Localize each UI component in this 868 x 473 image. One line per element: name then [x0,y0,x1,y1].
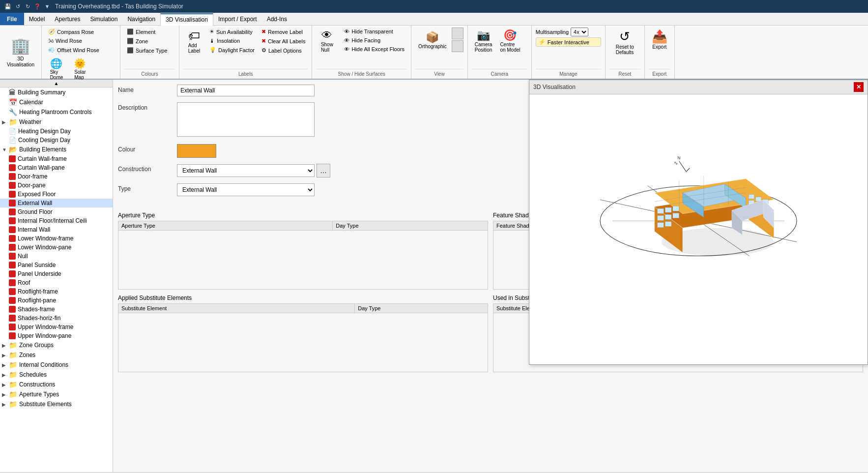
sidebar-curtain-wall-frame[interactable]: Curtain Wall-frame [0,154,113,163]
file-menu[interactable]: File [0,13,24,25]
sidebar-constructions[interactable]: ▶ 📁 Constructions [0,380,113,389]
element-colour-btn[interactable]: ⬛ Element [124,28,175,36]
daylight-btn[interactable]: 💡 Daylight Factor [207,46,257,54]
label-options-btn[interactable]: ⚙ Label Options [259,46,308,55]
sidebar-internal-wall[interactable]: Internal Wall [0,225,113,234]
sidebar-cooling-design-day[interactable]: 📄 Cooling Design Day [0,136,113,145]
svg-rect-19 [657,223,664,228]
add-label-btn[interactable]: 🏷 AddLabel [183,28,205,55]
hide-floors-icon: 👁 [344,46,349,52]
reset-defaults-btn[interactable]: ↺ Reset toDefaults [609,28,640,57]
svg-rect-21 [749,195,754,199]
colour-swatch[interactable] [177,144,216,158]
sidebar-panel-sunside[interactable]: Panel Sunside [0,261,113,269]
sidebar-shades-frame[interactable]: Shades-frame [0,305,113,314]
sidebar-building-elements[interactable]: ▼ 📂 Building Elements [0,145,113,154]
sidebar-heating-design-day[interactable]: 📄 Heating Design Day [0,127,113,136]
hide-facing-btn[interactable]: 👁 Hide Facing [342,36,407,44]
description-input[interactable] [177,102,315,137]
sidebar-ground-floor[interactable]: Ground Floor [0,207,113,216]
apertures-menu[interactable]: Apertures [50,13,85,25]
navigation-menu[interactable]: Navigation [122,13,160,25]
sidebar-rooflight-pane[interactable]: Rooflight-pane [0,296,113,305]
import-export-menu[interactable]: Import / Export [213,13,262,25]
sky-dome-btn[interactable]: 🌐 SkyDome [46,56,67,82]
name-input[interactable] [177,85,315,96]
svg-rect-16 [657,215,664,220]
sidebar-curtain-wall-pane[interactable]: Curtain Wall-pane [0,163,113,172]
save-icon[interactable]: 💾 [4,2,12,10]
3d-vis-button[interactable]: 🏢 3DVisualisation [4,35,37,69]
remove-label-btn[interactable]: ✖ Remove Label [259,28,308,36]
zone-colour-btn[interactable]: ⬛ Zone [124,37,175,45]
sidebar-external-wall[interactable]: External Wall [0,199,113,207]
hide-all-floors-btn[interactable]: 👁 Hide All Except Floors [342,45,407,53]
undo-icon[interactable]: ↺ [14,2,22,10]
multisampling-select[interactable]: 4x2x8x [571,28,588,36]
sidebar-rooflight-frame[interactable]: Rooflight-frame [0,287,113,296]
camera-position-btn[interactable]: 📷 CameraPosition [472,28,495,54]
view-btn-1[interactable] [452,28,463,39]
3d-vis-menu[interactable]: 3D Visualisation [160,13,213,26]
sidebar-upper-window-pane[interactable]: Upper Window-pane [0,331,113,340]
sidebar-heating-plantroom[interactable]: 🔧 Heating Plantroom Controls [0,107,113,117]
sidebar-door-pane[interactable]: Door-pane [0,181,113,190]
orthographic-btn[interactable]: 📦 Orthographic [415,30,450,51]
centre-model-btn[interactable]: 🎯 Centreon Model [497,28,523,54]
sidebar-schedules[interactable]: ▶ 📁 Schedules [0,370,113,380]
reset-icon: ↺ [619,29,630,44]
compass-rose-btn[interactable]: 🧭 Compass Rose [46,28,116,36]
sidebar-zone-groups[interactable]: ▶ 📁 Zone Groups [0,340,113,350]
sidebar-roof[interactable]: Roof [0,278,113,287]
sidebar-door-frame[interactable]: Door-frame [0,172,113,181]
scroll-up-btn[interactable]: ▲ [54,81,59,86]
sidebar-exposed-floor[interactable]: Exposed Floor [0,190,113,199]
panel-sunside-icon [9,262,16,268]
model-menu[interactable]: Model [24,13,50,25]
sidebar-zones[interactable]: ▶ 📁 Zones [0,350,113,360]
insolation-btn[interactable]: 🌡 Insolation [207,37,257,45]
sidebar-null[interactable]: Null [0,252,113,261]
show-null-btn[interactable]: 👁 ShowNull [316,28,338,54]
manage-group: Multisampling 4x2x8x ⚡ Faster Interactiv… [532,26,606,79]
sun-avail-btn[interactable]: ☀ Sun Availability [207,28,257,36]
sidebar-weather[interactable]: ▶ 📁 Weather [0,117,113,127]
hide-transparent-btn[interactable]: 👁 Hide Transparent [342,28,407,35]
faster-interactive-btn[interactable]: ⚡ Faster Interactive [536,37,601,47]
export-btn[interactable]: 📤 Export [649,28,670,51]
sidebar-upper-window-frame[interactable]: Upper Window-frame [0,323,113,331]
sidebar-substitute-elements[interactable]: ▶ 📁 Substitute Elements [0,399,113,409]
sidebar: ▲ 🏛 Building Summary 📅 Calendar 🔧 Heatin… [0,80,113,472]
sidebar-panel-underside[interactable]: Panel Underside [0,269,113,278]
sidebar-building-summary[interactable]: 🏛 Building Summary [0,88,113,97]
null-icon [9,253,16,260]
construction-select[interactable]: External Wall [177,164,315,177]
help-icon[interactable]: ❓ [33,2,41,10]
wind-rose-btn[interactable]: 🌬 Wind Rose [46,37,116,45]
construction-edit-btn[interactable]: … [317,164,330,177]
simulation-menu[interactable]: Simulation [85,13,122,25]
clear-labels-btn[interactable]: ✖ Clear All Labels [259,37,308,45]
solar-map-btn[interactable]: 🌞 SolarMap [69,56,91,82]
vis-close-btn[interactable]: ✕ [854,82,864,92]
type-select[interactable]: External Wall Internal Wall Roof Ground … [177,183,315,196]
add-label-icon: 🏷 [188,29,200,43]
sidebar-shades-horiz-fin[interactable]: Shades-horiz-fin [0,314,113,323]
arrow-down-icon[interactable]: ▼ [43,2,51,10]
sidebar-calendar[interactable]: 📅 Calendar [0,97,113,107]
internal-floor-icon [9,217,16,224]
sidebar-aperture-types[interactable]: ▶ 📁 Aperture Types [0,389,113,399]
redo-icon[interactable]: ↻ [24,2,31,10]
svg-rect-18 [673,213,679,218]
view-btn-2[interactable] [452,40,463,52]
sidebar-internal-conditions[interactable]: ▶ 📁 Internal Conditions [0,360,113,370]
svg-rect-13 [657,208,664,213]
sidebar-lower-window-pane[interactable]: Lower Window-pane [0,243,113,252]
remove-label-icon: ✖ [261,29,266,35]
offset-wind-rose-btn[interactable]: 💨 Offset Wind Rose [46,46,116,54]
sidebar-lower-window-frame[interactable]: Lower Window-frame [0,234,113,243]
door-frame-icon [9,173,16,180]
add-ins-menu[interactable]: Add-Ins [262,13,292,25]
surface-type-btn[interactable]: ⬛ Surface Type [124,46,175,55]
sidebar-internal-floor[interactable]: Internal Floor/Internal Ceili [0,216,113,225]
